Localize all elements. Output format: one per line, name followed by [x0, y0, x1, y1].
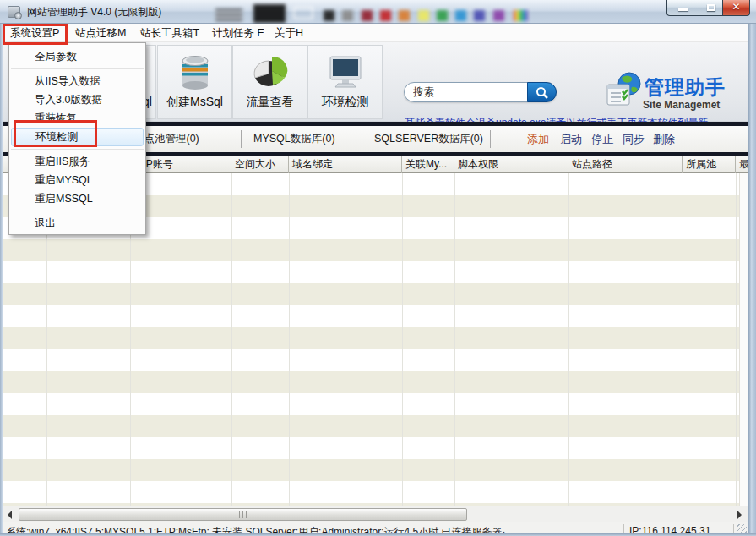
- column-gridline: [454, 173, 455, 506]
- scroll-left-button[interactable]: [4, 508, 18, 521]
- column-gridline: [289, 173, 290, 506]
- maximize-button[interactable]: [699, 0, 723, 16]
- glass-blob: [514, 10, 528, 21]
- app-icon: [8, 6, 20, 18]
- column-header-last[interactable]: 最: [736, 156, 748, 173]
- database-icon: [174, 50, 216, 92]
- menu-item-environment-check[interactable]: 环境检测: [11, 128, 144, 146]
- glass-palette-swatch: [399, 10, 410, 21]
- start-link[interactable]: 启动: [560, 126, 582, 152]
- glass-palette-swatch: [380, 10, 391, 21]
- column-gridline: [736, 173, 737, 506]
- brand-subtitle: Site Managemet: [643, 99, 720, 111]
- brand-title: 管理助手: [645, 74, 726, 101]
- thumb-grip-icon: [239, 511, 249, 518]
- menu-about[interactable]: 关于H: [271, 24, 307, 42]
- column-gridline: [402, 173, 403, 506]
- column-header-site-path[interactable]: 站点路径: [568, 156, 683, 173]
- menu-item-import-from-iis[interactable]: 从IIS导入数据: [9, 72, 145, 90]
- menu-site-migration[interactable]: 站点迁移M: [72, 24, 129, 42]
- tab-mysql[interactable]: MYSQL数据库(0): [253, 126, 335, 152]
- scroll-right-button[interactable]: [732, 508, 746, 521]
- menu-bar: 系统设置P 站点迁移M 站长工具箱T 计划任务 E 关于H: [3, 24, 748, 42]
- system-settings-menu: 全局参数 从IIS导入数据 导入3.0版数据 重装恢复 环境检测 重启IIS服务…: [8, 42, 146, 235]
- status-divider: [623, 524, 624, 533]
- toolbar-button-label: 流量查看: [233, 94, 307, 109]
- stop-link[interactable]: 停止: [591, 126, 613, 152]
- minimize-icon: [678, 8, 688, 11]
- menu-item-reinstall-restore[interactable]: 重装恢复: [9, 109, 145, 128]
- column-header-domain-binding[interactable]: 域名绑定: [289, 156, 402, 173]
- menu-item-exit[interactable]: 退出: [9, 214, 145, 232]
- window-title: 网站管理助手 V4.0 (无限制版): [27, 5, 161, 19]
- column-gridline: [231, 173, 232, 506]
- scrollbar-thumb[interactable]: [19, 508, 467, 521]
- glass-palette-swatch: [455, 10, 466, 21]
- window-content: 系统设置P 站点迁移M 站长工具箱T 计划任务 E 关于H: [3, 24, 748, 533]
- glass-palette-swatch: [493, 10, 504, 21]
- horizontal-scrollbar[interactable]: [3, 506, 748, 522]
- column-header-script-permission[interactable]: 脚本权限: [454, 156, 568, 173]
- title-bar[interactable]: 网站管理助手 V4.0 (无限制版) ✕: [0, 0, 756, 24]
- glass-blob: [293, 7, 313, 19]
- toolbar-button-label: 创建MsSql: [158, 94, 231, 109]
- column-gridline: [683, 173, 683, 506]
- pie-chart-icon: [249, 50, 291, 92]
- status-divider: [733, 524, 734, 533]
- maximize-icon: [707, 4, 715, 11]
- left-arrow-icon: [8, 511, 12, 519]
- menu-webmaster-tools[interactable]: 站长工具箱T: [137, 24, 203, 42]
- search-icon: [536, 86, 549, 100]
- app-window: 网站管理助手 V4.0 (无限制版) ✕ 系统设置P 站点迁移M 站长工具箱T …: [0, 0, 756, 536]
- menu-separator: [11, 149, 144, 150]
- system-info-text: 系统:win7_x64;IIS7.5;MYSQL5.1;FTP:MsFtp; 未…: [6, 525, 505, 533]
- create-mssql-button[interactable]: 创建MsSql: [157, 45, 232, 119]
- resize-grip-icon[interactable]: [737, 524, 747, 533]
- toolbar-button-label: 环境检测: [308, 94, 382, 109]
- glass-palette-swatch: [418, 10, 429, 21]
- column-gridline: [568, 173, 569, 506]
- menu-separator: [11, 211, 144, 211]
- column-header-app-pool[interactable]: 所属池: [683, 156, 736, 173]
- menu-item-restart-mssql[interactable]: 重启MSSQL: [9, 189, 145, 208]
- menu-scheduled-tasks[interactable]: 计划任务 E: [209, 24, 268, 42]
- search-box: [404, 82, 557, 102]
- menu-separator: [11, 68, 144, 69]
- menu-item-global-params[interactable]: 全局参数: [9, 47, 145, 66]
- glass-palette-swatch: [324, 10, 334, 21]
- right-arrow-icon: [737, 511, 742, 519]
- glass-palette-swatch: [342, 10, 353, 21]
- status-bar: 系统:win7_x64;IIS7.5;MYSQL5.1;FTP:MsFtp; 未…: [3, 522, 748, 533]
- menu-system-settings[interactable]: 系统设置P: [7, 24, 63, 42]
- traffic-view-button[interactable]: 流量查看: [232, 45, 307, 119]
- monitor-icon: [324, 50, 367, 92]
- glass-palette-swatch: [362, 10, 373, 21]
- minimize-button[interactable]: [666, 0, 699, 16]
- delete-link[interactable]: 删除: [653, 126, 675, 152]
- server-ip-text: IP:116.114.245.31: [629, 525, 710, 533]
- glass-palette-swatch: [437, 10, 448, 21]
- vertical-scrollbar[interactable]: [739, 173, 748, 506]
- glass-palette-swatch: [474, 10, 485, 21]
- menu-item-restart-iis[interactable]: 重启IIS服务: [9, 152, 145, 171]
- tab-separator: [241, 130, 242, 148]
- tab-sqlserver[interactable]: SQLSERVER数据库(0): [374, 126, 483, 152]
- sync-link[interactable]: 同步: [623, 126, 645, 152]
- globe-icon: [604, 70, 645, 111]
- search-button[interactable]: [527, 82, 557, 102]
- window-frame-right: [748, 24, 756, 533]
- tab-separator: [362, 130, 362, 148]
- column-header-space-size[interactable]: 空间大小: [231, 156, 289, 173]
- tab-separator: [490, 130, 491, 148]
- glass-blob: [253, 4, 286, 23]
- search-input[interactable]: [413, 85, 523, 100]
- menu-item-import-v3-data[interactable]: 导入3.0版数据: [9, 90, 145, 109]
- menu-item-restart-mysql[interactable]: 重启MYSQL: [9, 171, 145, 189]
- glass-blob: [215, 8, 242, 22]
- column-header-linked-mysql[interactable]: 关联My...: [402, 156, 454, 173]
- environment-check-button[interactable]: 环境检测: [307, 45, 383, 119]
- add-link[interactable]: 添加: [527, 126, 549, 152]
- close-button[interactable]: ✕: [722, 0, 750, 16]
